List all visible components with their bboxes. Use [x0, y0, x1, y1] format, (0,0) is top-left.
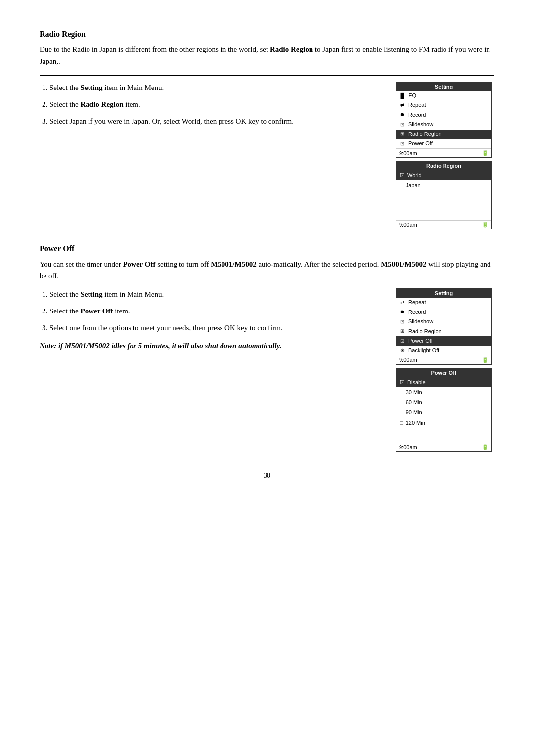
- radio-region-title: Radio Region: [40, 30, 494, 39]
- page-number: 30: [40, 472, 494, 480]
- menu-power-off: ⊡Power Off: [396, 139, 491, 148]
- record-icon-2: ⏺: [399, 309, 406, 315]
- step-3: Select Japan if you were in Japan. Or, s…: [49, 115, 381, 127]
- radio-region-section: Radio Region Due to the Radio in Japan i…: [40, 30, 494, 229]
- power-off-icon-2: ⊡: [399, 338, 406, 345]
- screen-footer-3: 9:00am 🔋: [396, 356, 491, 364]
- screen-header-4: Power Off: [396, 368, 491, 377]
- battery-icon-1: 🔋: [482, 150, 489, 156]
- submenu-90min: □90 Min: [396, 407, 491, 418]
- screen-header-2: Radio Region: [396, 161, 491, 170]
- power-off-intro: You can set the timer under Power Off se…: [40, 258, 494, 282]
- menu-slideshow-2: ⊡Slideshow: [396, 317, 491, 326]
- menu-record-2: ⏺Record: [396, 308, 491, 317]
- power-off-title: Power Off: [40, 244, 494, 253]
- power-off-instructions: Select the Setting item in Main Menu. Se…: [40, 288, 396, 352]
- power-off-submenu-screen: Power Off ☑Disable □30 Min □60 Min □90 M…: [396, 368, 492, 452]
- power-step-2: Select the Power Off item.: [49, 305, 381, 317]
- submenu-120min: □120 Min: [396, 418, 491, 428]
- submenu-world: ☑World: [396, 170, 491, 180]
- world-check-icon: ☑: [400, 171, 405, 179]
- repeat-icon: ⇄: [399, 102, 406, 109]
- menu-repeat-2: ⇄Repeat: [396, 298, 491, 307]
- menu-eq: ▐▌EQ: [396, 91, 491, 100]
- 120min-check-icon: □: [400, 419, 403, 427]
- setting-screen-1: Setting ▐▌EQ ⇄Repeat ⏺Record ⊡Slideshow …: [396, 82, 492, 158]
- screen-footer-4: 9:00am 🔋: [396, 443, 491, 451]
- submenu-japan: □Japan: [396, 180, 491, 191]
- submenu-disable: ☑Disable: [396, 377, 491, 388]
- screen-footer-1: 9:00am 🔋: [396, 148, 491, 157]
- step-2: Select the Radio Region item.: [49, 98, 381, 110]
- setting-screen-2: Setting ⇄Repeat ⏺Record ⊡Slideshow ⊞Radi…: [396, 288, 492, 364]
- menu-radio-region-2: ⊞Radio Region: [396, 327, 491, 336]
- menu-record: ⏺Record: [396, 110, 491, 120]
- radio-region-intro: Due to the Radio in Japan is different f…: [40, 44, 494, 67]
- slideshow-icon-2: ⊡: [399, 318, 406, 325]
- step-1: Select the Setting item in Main Menu.: [49, 82, 381, 93]
- screen-footer-2: 9:00am 🔋: [396, 220, 491, 229]
- power-off-block: Select the Setting item in Main Menu. Se…: [40, 282, 494, 452]
- power-step-1: Select the Setting item in Main Menu.: [49, 288, 381, 300]
- radio-region-block: Select the Setting item in Main Menu. Se…: [40, 75, 494, 229]
- submenu-30min: □30 Min: [396, 387, 491, 398]
- 60min-check-icon: □: [400, 399, 403, 407]
- power-off-icon: ⊡: [399, 140, 406, 147]
- menu-power-off-2: ⊡Power Off: [396, 336, 491, 346]
- 90min-check-icon: □: [400, 408, 403, 417]
- power-off-note: Note: if M5001/M5002 idles for 5 minutes…: [40, 340, 381, 352]
- screen-header-1: Setting: [396, 82, 491, 91]
- screen-header-3: Setting: [396, 289, 491, 298]
- menu-repeat: ⇄Repeat: [396, 100, 491, 110]
- radio-region-icon-2: ⊞: [399, 328, 406, 335]
- radio-region-instructions: Select the Setting item in Main Menu. Se…: [40, 82, 396, 132]
- 30min-check-icon: □: [400, 388, 403, 397]
- battery-icon-2: 🔋: [482, 222, 489, 228]
- japan-check-icon: □: [400, 181, 403, 190]
- slideshow-icon: ⊡: [399, 121, 406, 128]
- record-icon: ⏺: [399, 111, 406, 118]
- repeat-icon-2: ⇄: [399, 299, 406, 306]
- footer-time-1: 9:00am: [399, 150, 417, 156]
- footer-time-3: 9:00am: [399, 357, 417, 363]
- radio-region-screens: Setting ▐▌EQ ⇄Repeat ⏺Record ⊡Slideshow …: [396, 82, 494, 229]
- submenu-60min: □60 Min: [396, 398, 491, 408]
- radio-region-submenu-screen: Radio Region ☑World □Japan 9:00am 🔋: [396, 161, 492, 229]
- backlight-icon: ☀: [399, 347, 406, 354]
- battery-icon-3: 🔋: [482, 357, 489, 363]
- footer-time-2: 9:00am: [399, 222, 417, 228]
- radio-region-icon: ⊞: [399, 131, 406, 137]
- menu-slideshow: ⊡Slideshow: [396, 120, 491, 129]
- eq-icon: ▐▌: [399, 92, 406, 99]
- menu-radio-region: ⊞Radio Region: [396, 130, 491, 139]
- menu-backlight-off: ☀Backlight Off: [396, 346, 491, 355]
- footer-time-4: 9:00am: [399, 445, 417, 450]
- power-off-screens: Setting ⇄Repeat ⏺Record ⊡Slideshow ⊞Radi…: [396, 288, 494, 452]
- disable-check-icon: ☑: [400, 378, 405, 387]
- battery-icon-4: 🔋: [482, 444, 489, 450]
- power-step-3: Select one from the options to meet your…: [49, 322, 381, 334]
- power-off-section: Power Off You can set the timer under Po…: [40, 244, 494, 452]
